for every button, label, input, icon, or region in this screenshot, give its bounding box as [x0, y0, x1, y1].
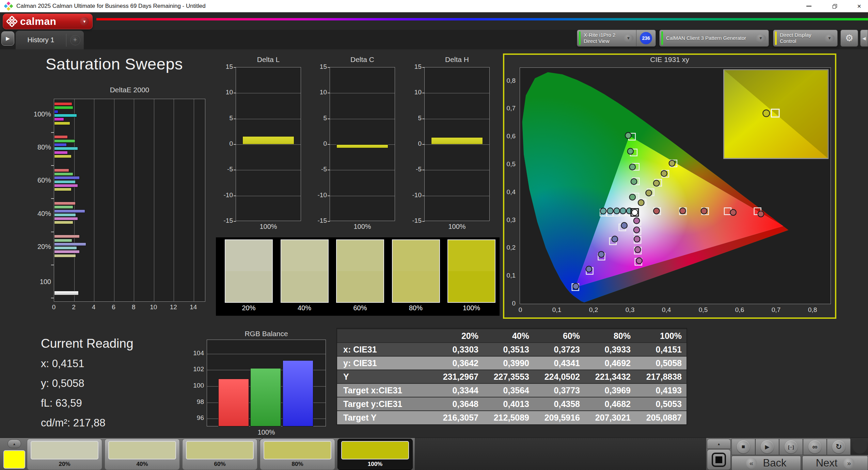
- reading-y: y: 0,5058: [41, 377, 84, 390]
- table-cell: 0,4013: [483, 397, 534, 411]
- reading-x: x: 0,4151: [41, 358, 84, 370]
- table-cell: 0,5053: [635, 397, 686, 411]
- tab-history-1[interactable]: History 1: [16, 36, 66, 44]
- deltae-bar-green: [54, 106, 73, 109]
- pattern-window-button[interactable]: [707, 449, 731, 470]
- deltae-bar-red: [54, 235, 80, 238]
- deltae-bar-yellow: [54, 122, 70, 125]
- pattern-button-40%[interactable]: 40%: [105, 439, 180, 470]
- swatch-label: 80%: [392, 304, 440, 313]
- current-reading-title: Current Reading: [41, 336, 133, 351]
- gridline: [236, 144, 301, 145]
- header-band: [0, 12, 868, 30]
- table-cell: 0,3723: [534, 343, 585, 356]
- y-tick-label: -15: [407, 217, 422, 224]
- current-pattern-color-swatch[interactable]: [3, 450, 25, 469]
- table-cell: 0,3303: [432, 343, 483, 356]
- pattern-button-80%[interactable]: 80%: [260, 439, 335, 470]
- collapse-toolbar-button[interactable]: ◀: [860, 30, 868, 47]
- stop-button[interactable]: ■: [731, 439, 755, 455]
- measured-point-red: [701, 208, 707, 214]
- chevron-down-icon: ▼: [756, 34, 766, 42]
- deltae-group-label: 20%: [24, 243, 51, 251]
- pattern-options-up-button[interactable]: ▲: [7, 439, 21, 448]
- axis-tick: [234, 144, 236, 145]
- back-arrow-icon: «: [746, 458, 757, 469]
- saturation-data-table: 20%40%60%80%100%x: CIE310,33030,35130,37…: [337, 329, 686, 424]
- gridline: [154, 99, 154, 301]
- workflow-panel-expander[interactable]: ▶: [1, 31, 14, 46]
- y-tick-label: 100: [190, 382, 204, 389]
- y-tick-label: 15: [218, 63, 233, 70]
- pattern-generator-status-strip: [661, 31, 663, 45]
- axis-tick: [328, 119, 330, 119]
- pattern-label: 60%: [183, 461, 257, 468]
- measured-point-blue: [598, 251, 604, 257]
- chevron-down-icon[interactable]: ▼: [80, 17, 89, 26]
- target-half: [225, 271, 272, 302]
- add-tab-button[interactable]: +: [66, 35, 84, 45]
- reading-cdm2: cd/m²: 217,88: [41, 417, 106, 429]
- axis-tick: [422, 170, 425, 170]
- deltae-bar-red: [54, 202, 76, 205]
- deltae-bar-blue: [54, 143, 67, 146]
- calman-logo-text: calman: [20, 16, 56, 27]
- pattern-swatch: [31, 441, 98, 459]
- table-cell: 0,3773: [534, 383, 585, 397]
- measured-point-red: [730, 209, 736, 216]
- table-cell: 231,2967: [432, 370, 483, 383]
- pattern-button-60%[interactable]: 60%: [182, 439, 257, 470]
- reading-fl: fL: 63,59: [41, 397, 82, 409]
- continuous-icon: ∞: [808, 440, 821, 453]
- meter-reading-badge[interactable]: 236: [640, 32, 652, 44]
- pattern-button-20%[interactable]: 20%: [27, 439, 102, 470]
- y-tick-label: 15: [407, 63, 422, 70]
- minimize-button[interactable]: [801, 0, 817, 12]
- table-row-label: x: CIE31: [337, 343, 432, 356]
- deltae-bar-magenta: [54, 184, 78, 187]
- pattern-window-up-button[interactable]: ▲: [707, 439, 731, 449]
- measured-point-blue: [573, 283, 579, 289]
- target-half: [393, 271, 439, 302]
- pattern-generator-dropdown[interactable]: CalMAN Client 3 Pattern Generator ▼: [659, 30, 769, 47]
- measured-point-yellow: [661, 171, 667, 177]
- pattern-button-100%[interactable]: 100%: [337, 439, 413, 470]
- axis-tick: [328, 67, 330, 68]
- meter-dropdown[interactable]: X-Rite i1Pro 2 Direct View ▼ 236: [577, 30, 656, 47]
- deltae-bar-red: [54, 135, 68, 139]
- pattern-swatch: [186, 441, 254, 459]
- deltae-bar-cyan: [54, 180, 76, 184]
- play-button[interactable]: ▶: [755, 439, 779, 455]
- restore-button[interactable]: [827, 0, 842, 12]
- table-row-label: Target y:CIE31: [337, 397, 432, 411]
- deltae-bar-cyan: [54, 246, 77, 250]
- rainbow-accent-bar: [96, 18, 868, 20]
- y-tick-label: -15: [312, 217, 327, 224]
- measured-point-magenta: [635, 247, 641, 253]
- gridline: [236, 170, 301, 170]
- measured-point-cyan: [600, 208, 606, 214]
- continuous-button[interactable]: ∞: [803, 439, 827, 455]
- close-button[interactable]: ×: [851, 0, 867, 12]
- back-button[interactable]: « Back: [731, 456, 801, 470]
- actual-target-swatch-panel: ActualTarget20%40%60%80%100%: [216, 237, 500, 316]
- calman-menu-button[interactable]: calman ▼: [3, 14, 93, 29]
- y-tick-label: 5: [218, 114, 233, 122]
- step-button[interactable]: [··]: [779, 439, 803, 455]
- table-cell: 205,0887: [635, 411, 686, 424]
- settings-button[interactable]: ⚙: [840, 30, 858, 47]
- table-cell: 0,4682: [585, 397, 635, 411]
- deltae-bar-red: [54, 169, 69, 172]
- deltae-group-label: 60%: [24, 176, 51, 184]
- page-title: Saturation Sweeps: [46, 54, 183, 73]
- deltae-bar-magenta: [54, 118, 64, 121]
- cie-y-tick: 0,3: [494, 216, 516, 224]
- delta_l-bar: [242, 136, 294, 144]
- display-control-label: Direct Display Control: [780, 32, 821, 44]
- y-tick-label: 96: [190, 414, 204, 422]
- next-button[interactable]: Next »: [802, 456, 868, 470]
- pattern-window-icon: [712, 453, 726, 467]
- gridline: [330, 93, 395, 93]
- display-control-dropdown[interactable]: Direct Display Control ▼: [773, 30, 838, 47]
- refresh-button[interactable]: ↻: [827, 439, 851, 455]
